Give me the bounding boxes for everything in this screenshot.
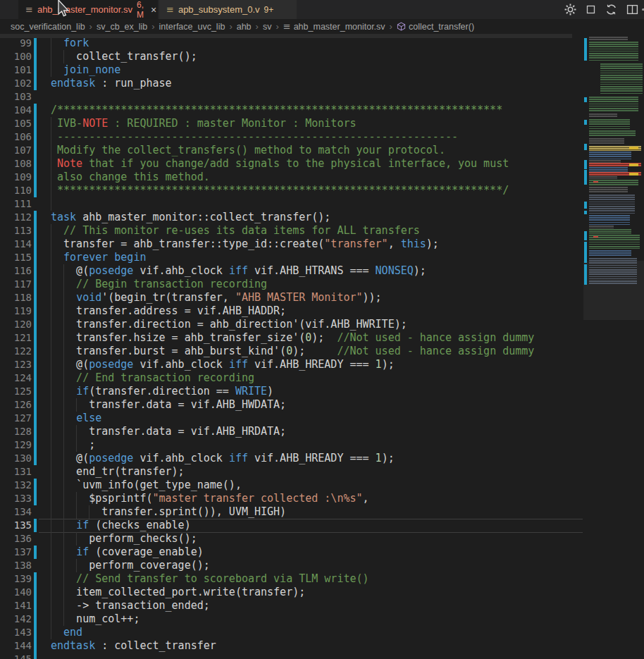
code-line[interactable]: 120 transfer.direction = ahb_direction'(… — [0, 318, 583, 331]
sync-changes-icon[interactable] — [605, 4, 617, 16]
code-line[interactable]: 118 void'(begin_tr(transfer, "AHB MASTER… — [0, 291, 583, 304]
line-number: 141 — [0, 599, 32, 612]
code-line[interactable]: 119 transfer.address = vif.AHB_HADDR; — [0, 304, 583, 318]
line-number: 116 — [0, 264, 32, 278]
code-text: Note that if you change/add signals to t… — [51, 157, 509, 171]
minimap-modified-bar — [584, 231, 587, 240]
code-line[interactable]: 108 Note that if you change/add signals … — [0, 157, 583, 171]
code-line[interactable]: 134 transfer.sprint()), UVM_HIGH) — [0, 505, 583, 519]
code-line[interactable]: 122 transfer.burst = ahb_burst_kind'(0);… — [0, 345, 583, 358]
code-line[interactable]: 107 Modify the collect_transfers() metho… — [0, 144, 583, 157]
vscode-window: ≡ ahb_master_monitor.sv 6, M × ≡ apb_sub… — [0, 0, 644, 659]
code-line[interactable]: 109 also change this method. — [0, 171, 583, 184]
code-text: else — [51, 412, 101, 425]
code-line[interactable]: 113 // This monitor re-uses its data ite… — [0, 224, 583, 238]
code-line[interactable]: 140 item_collected_port.write(transfer); — [0, 586, 583, 599]
gutter-modified-bar — [34, 653, 37, 659]
gutter-modified-bar — [34, 385, 37, 398]
minimap-modified-bar — [584, 38, 587, 61]
minimap-overview-mark — [629, 147, 638, 149]
code-text: num_col++; — [51, 612, 140, 626]
code-line[interactable]: 111 — [0, 197, 583, 211]
line-number: 122 — [0, 345, 32, 358]
code-line[interactable]: 139 // Send transfer to scoreboard via T… — [0, 572, 583, 586]
code-line[interactable]: 100 collect_transfer(); — [0, 50, 583, 63]
code-line[interactable]: 99 fork — [0, 37, 583, 50]
gutter-modified-bar — [34, 479, 37, 492]
code-line[interactable]: 124 // End transaction recording — [0, 371, 583, 385]
code-line[interactable]: 131 end_tr(transfer); — [0, 465, 583, 479]
code-text: if(transfer.direction == WRITE) — [51, 385, 273, 398]
code-line[interactable]: 126 transfer.data = vif.AHB_HWDATA; — [0, 398, 583, 412]
code-line[interactable]: 114 transfer = ahb_transfer::type_id::cr… — [0, 238, 583, 251]
code-text: Modify the collect_transfers() method to… — [51, 144, 445, 157]
gutter-modified-bar — [34, 425, 37, 438]
line-number: 123 — [0, 358, 32, 371]
minimap-code-block — [589, 42, 638, 61]
code-line[interactable]: 144endtask : collect_transfer — [0, 639, 583, 653]
minimap-code-block — [600, 63, 643, 94]
minimap-overview-mark — [629, 164, 638, 166]
minimap-code-block — [589, 195, 635, 214]
line-number: 115 — [0, 251, 32, 264]
square-icon[interactable] — [586, 4, 596, 15]
line-number: 104 — [0, 104, 32, 117]
gutter-modified-bar — [34, 157, 37, 171]
code-line[interactable]: 101 join_none — [0, 63, 583, 77]
code-line[interactable]: 103 — [0, 90, 583, 104]
line-number: 133 — [0, 492, 32, 505]
split-editor-icon[interactable] — [626, 4, 638, 16]
gutter-modified-bar — [34, 519, 37, 532]
code-line[interactable]: 105 IVB-NOTE : REQUIRED : master Monitor… — [0, 117, 583, 130]
line-number: 120 — [0, 318, 32, 331]
code-line[interactable]: 142 num_col++; — [0, 612, 583, 626]
code-line[interactable]: 115 forever begin — [0, 251, 583, 264]
code-line[interactable]: 143 end — [0, 626, 583, 639]
line-number: 112 — [0, 211, 32, 224]
code-line[interactable]: 138 perform_coverage(); — [0, 559, 583, 572]
line-number: 127 — [0, 412, 32, 425]
code-line[interactable]: 116 @(posedge vif.ahb_clock iff vif.AHB_… — [0, 264, 583, 278]
line-number: 145 — [0, 653, 32, 659]
line-number: 110 — [0, 184, 32, 197]
code-line[interactable]: 125 if(transfer.direction == WRITE) — [0, 385, 583, 398]
code-line[interactable]: 132 `uvm_info(get_type_name(), — [0, 479, 583, 492]
line-number: 134 — [0, 505, 32, 519]
code-line[interactable]: 102endtask : run_phase — [0, 77, 583, 90]
code-text: join_none — [51, 63, 120, 77]
code-editor[interactable]: 99 fork100 collect_transfer();101 join_n… — [0, 0, 583, 659]
gutter-modified-bar — [34, 612, 37, 626]
code-line[interactable]: 121 transfer.hsize = ahb_transfer_size'(… — [0, 331, 583, 345]
code-line[interactable]: 104/************************************… — [0, 104, 583, 117]
line-number: 126 — [0, 398, 32, 412]
minimap-code-block — [589, 226, 614, 228]
code-line[interactable]: 141 -> transaction_ended; — [0, 599, 583, 612]
code-text: transfer.hsize = ahb_transfer_size'(0); … — [51, 331, 534, 345]
code-line[interactable]: 110 ************************************… — [0, 184, 583, 197]
code-line[interactable]: 117 // Begin transaction recording — [0, 278, 583, 291]
code-line[interactable]: 123 @(posedge vif.ahb_clock iff vif.AHB_… — [0, 358, 583, 371]
code-line[interactable]: 136 perform_checks(); — [0, 532, 583, 546]
code-line[interactable]: 133 $psprintf("master transfer collected… — [0, 492, 583, 505]
code-text: if (coverage_enable) — [51, 546, 204, 559]
code-line[interactable]: 137 if (coverage_enable) — [0, 546, 583, 559]
line-number: 139 — [0, 572, 32, 586]
code-line[interactable]: 112task ahb_master_monitor::collect_tran… — [0, 211, 583, 224]
code-line[interactable]: 127 else — [0, 412, 583, 425]
code-line[interactable]: 106 ------------------------------------… — [0, 130, 583, 144]
minimap[interactable] — [583, 34, 644, 659]
line-number: 132 — [0, 479, 32, 492]
minimap-modified-bar — [584, 120, 587, 125]
line-number: 114 — [0, 238, 32, 251]
gutter-modified-bar — [34, 211, 37, 224]
code-line[interactable]: 128 transfer.data = vif.AHB_HRDATA; — [0, 425, 583, 438]
minimap-modified-bar — [584, 242, 587, 263]
code-line[interactable]: 129 ; — [0, 438, 583, 452]
code-line[interactable]: 145 — [0, 653, 583, 659]
line-number: 131 — [0, 465, 32, 479]
gutter-modified-bar — [34, 492, 37, 505]
code-line[interactable]: 130 @(posedge vif.ahb_clock iff vif.AHB_… — [0, 452, 583, 465]
line-number: 109 — [0, 171, 32, 184]
code-line[interactable]: 135 if (checks_enable) — [0, 519, 583, 532]
line-number: 142 — [0, 612, 32, 626]
